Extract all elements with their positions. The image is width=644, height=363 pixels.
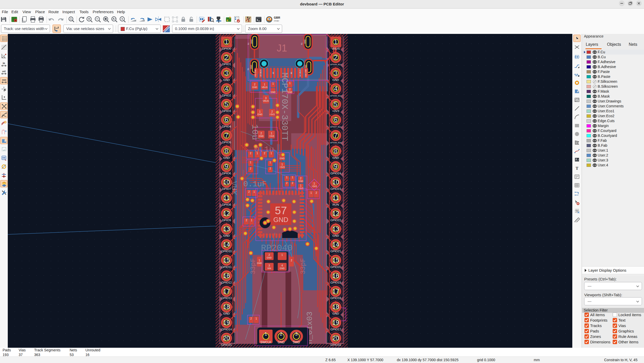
svg-text:GPIO14: GPIO14	[221, 328, 232, 331]
svg-text:GND: GND	[223, 78, 230, 82]
svg-text:1: 1	[250, 161, 251, 164]
svg-text:1: 1	[271, 132, 272, 135]
svg-text:2: 2	[248, 190, 250, 193]
svg-text:2: 2	[268, 254, 270, 256]
svg-text:GND: GND	[271, 91, 276, 93]
svg-text:GND: GND	[278, 340, 285, 344]
svg-text:2: 2	[334, 54, 337, 61]
svg-text:4: 4	[281, 264, 283, 267]
svg-text:13: 13	[332, 225, 339, 232]
svg-text:A4 VBUS: A4 VBUS	[299, 69, 301, 77]
svg-text:2: 2	[316, 191, 317, 194]
svg-text:GPIO23: GPIO23	[330, 187, 341, 190]
svg-text:1: 1	[251, 219, 252, 222]
svg-text:2: 2	[250, 317, 252, 320]
svg-text:1: 1	[259, 259, 260, 262]
svg-text:4: 4	[334, 85, 337, 92]
svg-text:3: 3	[268, 264, 270, 267]
svg-text:GND: GND	[223, 234, 230, 237]
svg-text:1: 1	[255, 317, 257, 320]
svg-text:18: 18	[332, 303, 339, 310]
svg-text:14: 14	[223, 241, 230, 248]
svg-text:4: 4	[225, 85, 228, 92]
svg-text:GPIO4: GPIO4	[222, 125, 231, 128]
svg-text:9: 9	[334, 163, 337, 170]
svg-text:+3V3: +3V3	[280, 166, 285, 168]
svg-text:9: 9	[225, 163, 228, 170]
svg-text:GND: GND	[298, 180, 303, 182]
svg-text:12: 12	[332, 210, 339, 217]
svg-text:GND: GND	[280, 267, 285, 270]
svg-text:GPIO20: GPIO20	[330, 265, 341, 269]
svg-text:1: 1	[334, 38, 337, 45]
svg-text:GPIO19: GPIO19	[330, 281, 341, 284]
svg-text:15: 15	[223, 257, 230, 264]
svg-text:GPIO3: GPIO3	[222, 109, 231, 113]
svg-text:0.1u: 0.1u	[254, 145, 274, 154]
svg-text:GND: GND	[332, 234, 339, 237]
svg-text:20: 20	[332, 335, 339, 342]
svg-text:3: 3	[295, 331, 298, 337]
svg-text:33pF: 33pF	[249, 258, 257, 274]
svg-text:GND: GND	[332, 156, 339, 159]
svg-text:GPIO28_AD2: GPIO28_AD2	[330, 95, 341, 97]
svg-text:20: 20	[223, 335, 230, 342]
svg-text:2: 2	[250, 152, 251, 155]
svg-text:16: 16	[223, 272, 230, 279]
svg-text:14: 14	[332, 241, 339, 248]
svg-text:2: 2	[260, 132, 262, 135]
svg-text:1: 1	[265, 331, 267, 337]
svg-text:1: 1	[225, 38, 228, 45]
svg-text:GPIO5: GPIO5	[222, 141, 231, 144]
svg-text:2: 2	[254, 83, 255, 86]
svg-text:GA2 GND: GA2 GND	[305, 69, 307, 77]
svg-text:GPIO2: GPIO2	[222, 94, 231, 97]
svg-text:2: 2	[280, 331, 282, 337]
svg-text:GPIO1: GPIO1	[222, 63, 231, 66]
svg-text:A: A	[70, 17, 72, 20]
svg-text:1: 1	[292, 176, 293, 179]
svg-text:1: 1	[272, 82, 274, 85]
svg-text:VBUS: VBUS	[263, 100, 269, 102]
svg-text:GND: GND	[250, 65, 252, 69]
svg-text:5: 5	[225, 101, 228, 108]
svg-text:1: 1	[313, 182, 315, 185]
svg-text:15: 15	[332, 257, 339, 264]
svg-text:GND: GND	[223, 156, 230, 159]
svg-text:GPIO7: GPIO7	[222, 187, 231, 190]
svg-text:10u: 10u	[250, 124, 260, 140]
svg-text:VBUS: VBUS	[332, 47, 340, 50]
svg-text:1: 1	[259, 110, 261, 113]
svg-text:GPIO29_AD3: GPIO29_AD3	[330, 63, 341, 66]
svg-text:RUN: RUN	[333, 203, 339, 206]
svg-text:SWD: SWD	[293, 340, 300, 344]
svg-text:GPIO15: GPIO15	[221, 343, 232, 346]
svg-text:1: 1	[310, 191, 312, 194]
svg-text:1: 1	[286, 176, 288, 179]
svg-text:GPIO17: GPIO17	[330, 328, 341, 331]
svg-text:GPIO24: GPIO24	[330, 172, 341, 175]
svg-text:3: 3	[334, 70, 337, 77]
svg-text:GND: GND	[332, 78, 339, 82]
svg-text:SWCLK: SWCLK	[260, 340, 272, 344]
svg-text:GPIO10: GPIO10	[221, 250, 232, 253]
svg-text:GPIO13: GPIO13	[221, 297, 232, 300]
svg-text:1: 1	[269, 161, 271, 164]
svg-text:1: 1	[264, 83, 265, 86]
svg-text:0.1uF: 0.1uF	[243, 180, 267, 189]
svg-text:GND: GND	[332, 312, 339, 315]
svg-text:1: 1	[253, 190, 255, 193]
svg-text:GPIO9: GPIO9	[222, 219, 231, 222]
svg-text:16: 16	[332, 272, 339, 279]
svg-text:B8: B8	[290, 72, 292, 74]
svg-text:5: 5	[334, 101, 337, 108]
svg-text:57: 57	[275, 204, 287, 217]
svg-text:8: 8	[225, 147, 228, 154]
svg-text:A8: A8	[272, 72, 274, 74]
svg-text:2: 2	[250, 167, 251, 170]
svg-text:XIN: XIN	[267, 267, 271, 270]
svg-text:8: 8	[334, 147, 337, 154]
svg-text:17: 17	[332, 288, 339, 295]
svg-text:GND: GND	[280, 157, 285, 160]
svg-text:GPIO11: GPIO11	[221, 265, 232, 269]
